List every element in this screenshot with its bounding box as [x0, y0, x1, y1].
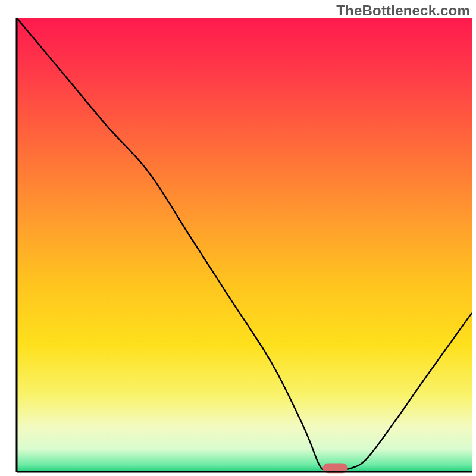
watermark-text: TheBottleneck.com	[336, 2, 470, 19]
chart-svg	[0, 0, 476, 476]
plot-background	[17, 18, 472, 472]
chart-container: TheBottleneck.com	[0, 0, 476, 476]
